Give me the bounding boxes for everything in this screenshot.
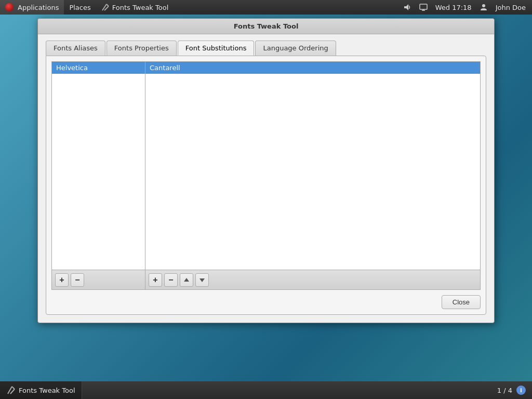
main-panel: Helvetica + − (46, 56, 486, 315)
dialog-title: Fonts Tweak Tool (234, 22, 299, 30)
page-number: 1 / 4 (497, 387, 512, 394)
up-arrow-icon (183, 277, 190, 283)
user-icon (480, 3, 488, 11)
svg-line-12 (10, 389, 15, 394)
dialog-titlebar: Fonts Tweak Tool (38, 19, 494, 34)
left-list-panel: Helvetica + − (52, 62, 145, 289)
left-list-box[interactable]: Helvetica (52, 62, 145, 270)
fedora-logo-icon (5, 3, 14, 11)
app-icon (101, 3, 110, 11)
svg-marker-8 (184, 278, 189, 282)
app-task-item[interactable]: Fonts Tweak Tool (0, 381, 82, 399)
tab-font-substitutions[interactable]: Font Substitutions (178, 41, 255, 56)
close-button[interactable]: Close (442, 295, 481, 309)
right-list-panel: Cantarell + − (145, 62, 480, 289)
task-app-icon (6, 385, 16, 395)
left-remove-button[interactable]: − (71, 273, 84, 287)
places-label: Places (69, 4, 90, 11)
volume-icon (403, 3, 411, 11)
svg-point-7 (482, 4, 485, 7)
app-task-label: Fonts Tweak Tool (19, 387, 75, 394)
active-app-name: Fonts Tweak Tool (96, 0, 174, 15)
tab-fonts-aliases[interactable]: Fonts Aliases (46, 41, 105, 56)
applications-label: Applications (18, 4, 59, 11)
svg-marker-9 (200, 278, 205, 282)
svg-marker-3 (404, 4, 408, 10)
right-up-button[interactable] (180, 273, 193, 287)
taskbar-top: Applications Places Fonts Tweak Tool Wed… (0, 0, 532, 15)
right-list-box[interactable]: Cantarell (145, 62, 480, 270)
down-arrow-icon (199, 277, 205, 283)
list-item[interactable]: Helvetica (52, 62, 145, 74)
right-down-button[interactable] (195, 273, 209, 287)
dialog-window: Fonts Tweak Tool Fonts Aliases Fonts Pro… (37, 18, 495, 323)
dialog-footer: Close (51, 290, 481, 309)
tab-language-ordering[interactable]: Language Ordering (255, 41, 336, 56)
display-icon (419, 3, 428, 11)
dialog-content: Fonts Aliases Fonts Properties Font Subs… (38, 34, 494, 323)
app-title-taskbar: Fonts Tweak Tool (112, 4, 169, 11)
page-indicator: 1 / 4 i (491, 385, 532, 395)
lists-container: Helvetica + − (51, 61, 481, 290)
clock: Wed 17:18 (435, 4, 472, 11)
left-list-toolbar: + − (52, 270, 145, 289)
taskbar-bottom: Fonts Tweak Tool 1 / 4 i (0, 381, 532, 399)
tab-bar: Fonts Aliases Fonts Properties Font Subs… (46, 41, 486, 56)
left-add-button[interactable]: + (55, 273, 69, 287)
taskbar-right: Wed 17:18 John Doe (397, 3, 532, 11)
right-add-button[interactable]: + (149, 273, 162, 287)
applications-menu[interactable]: Applications (0, 0, 64, 15)
right-list-toolbar: + − (145, 270, 480, 289)
list-item[interactable]: Cantarell (145, 62, 480, 74)
right-remove-button[interactable]: − (164, 273, 178, 287)
svg-line-11 (12, 387, 15, 389)
tab-fonts-properties[interactable]: Fonts Properties (107, 41, 177, 56)
username: John Doe (496, 4, 526, 11)
svg-rect-4 (420, 4, 427, 9)
places-menu[interactable]: Places (64, 0, 96, 15)
info-icon: i (516, 385, 526, 395)
